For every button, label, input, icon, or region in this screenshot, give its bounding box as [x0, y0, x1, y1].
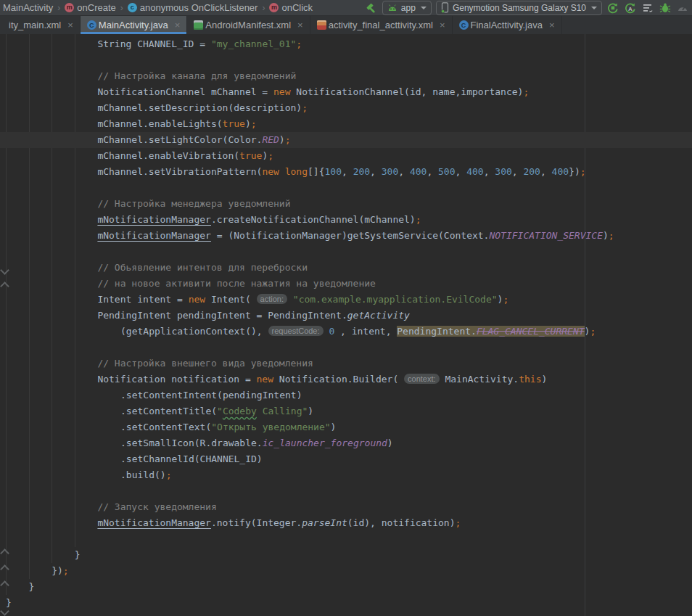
- code-line[interactable]: [0, 531, 692, 547]
- profile-app-icon[interactable]: [676, 1, 689, 15]
- tab-activity_final_acttivity.xml[interactable]: activity_final_acttivity.xml×: [310, 16, 453, 34]
- breadcrumb-item-anonymous-onclicklistener[interactable]: canonymous OnClickListener: [126, 2, 260, 13]
- code-line[interactable]: (getApplicationContext(), requestCode: 0…: [0, 324, 692, 340]
- code-token: (id), notification): [347, 517, 456, 528]
- tab-AndroidManifest.xml[interactable]: AndroidManifest.xml×: [187, 16, 310, 34]
- close-tab-icon[interactable]: ×: [297, 20, 303, 30]
- run-config-label: app: [401, 3, 416, 13]
- java-class-icon: C: [459, 20, 469, 30]
- code-line[interactable]: .setChannelId(CHANNEL_ID): [0, 451, 692, 467]
- debug-app-icon[interactable]: [659, 1, 672, 15]
- code-area[interactable]: String CHANNEL_ID = "my_channel_01"; // …: [0, 34, 692, 611]
- code-line[interactable]: String CHANNEL_ID = "my_channel_01";: [0, 36, 692, 52]
- code-line[interactable]: mNotificationManager.notify(Integer.pars…: [0, 515, 692, 531]
- breadcrumb-separator: ›: [57, 3, 60, 13]
- breadcrumb-label: anonymous OnClickListener: [140, 2, 258, 13]
- code-token: ;: [166, 469, 172, 480]
- code-line[interactable]: mChannel.enableVibration(true);: [0, 148, 692, 164]
- apply-code-changes-icon[interactable]: [641, 1, 654, 15]
- android-studio-window: MainActivity›monCreate›canonymous OnClic…: [0, 0, 692, 616]
- code-token: mChannel.setLightColor(Color.: [97, 134, 262, 145]
- code-token: [279, 166, 285, 177]
- code-token: []{: [308, 166, 324, 177]
- code-line[interactable]: mChannel.enableLights(true);: [0, 116, 692, 132]
- code-line[interactable]: .setSmallIcon(R.drawable.ic_launcher_for…: [0, 435, 692, 451]
- breadcrumb-label: MainActivity: [3, 2, 53, 13]
- code-line[interactable]: // Запуск уведомления: [0, 499, 692, 515]
- code-token: ,: [540, 166, 552, 177]
- code-token: ;: [456, 517, 461, 528]
- code-token: .createNotificationChannel(mChannel): [211, 214, 416, 225]
- code-line[interactable]: // Настройка внешнего вида уведомления: [0, 356, 692, 371]
- code-token: ;: [580, 166, 586, 177]
- code-line[interactable]: // Настройка канала для уведомлений: [0, 68, 692, 84]
- device-label: Genymotion Samsung Galaxy S10: [453, 3, 586, 13]
- code-line[interactable]: [0, 340, 692, 356]
- code-token: 400: [552, 166, 569, 177]
- code-line[interactable]: });: [0, 563, 692, 579]
- code-line[interactable]: .setContentIntent(pendingIntent): [0, 387, 692, 403]
- code-line[interactable]: mChannel.setDescription(description);: [0, 100, 692, 116]
- code-line[interactable]: [0, 483, 692, 499]
- code-token: }: [75, 549, 81, 560]
- code-token: ,: [456, 166, 467, 177]
- code-token: ,: [427, 166, 438, 177]
- code-token: action:: [257, 294, 287, 304]
- code-token: .setContentTitle(: [120, 406, 217, 416]
- code-line[interactable]: [0, 52, 692, 68]
- code-token: 400: [410, 166, 427, 177]
- code-line[interactable]: .build();: [0, 467, 692, 483]
- code-line[interactable]: // на новое активити после нажатия на ув…: [0, 276, 692, 292]
- svg-text:A: A: [628, 6, 633, 12]
- code-line[interactable]: mNotificationManager = (NotificationMana…: [0, 228, 692, 244]
- code-line[interactable]: }: [0, 579, 692, 595]
- code-line[interactable]: [0, 180, 692, 196]
- breadcrumb-item-oncreate[interactable]: monCreate: [63, 2, 117, 13]
- code-token: RED: [262, 134, 279, 145]
- code-token: PendingIntent.: [397, 326, 477, 337]
- tab-MainActivity.java[interactable]: CMainActivity.java×: [81, 16, 187, 34]
- close-tab-icon[interactable]: ×: [549, 20, 555, 30]
- code-line[interactable]: [0, 244, 692, 260]
- tab-ity_main.xml[interactable]: ity_main.xml×: [0, 16, 81, 34]
- code-token: ": [217, 406, 223, 416]
- run-config-selector[interactable]: app: [382, 1, 432, 15]
- breadcrumb-item-onclick[interactable]: monClick: [268, 2, 314, 13]
- tab-label: MainActivity.java: [99, 20, 168, 30]
- code-line[interactable]: // Обьявление интентов для переброски: [0, 260, 692, 276]
- code-line[interactable]: .setContentText("Открыть уведомление"): [0, 419, 692, 435]
- code-token: Intent intent =: [97, 294, 188, 305]
- code-token: ): [541, 374, 547, 385]
- code-line[interactable]: }: [0, 595, 692, 611]
- code-line[interactable]: mNotificationManager.createNotificationC…: [0, 212, 692, 228]
- tab-FinalActtivity.java[interactable]: CFinalActtivity.java×: [453, 16, 562, 34]
- code-token: mNotificationManager: [97, 214, 211, 225]
- code-line[interactable]: NotificationChannel mChannel = new Notif…: [0, 84, 692, 100]
- code-editor[interactable]: String CHANNEL_ID = "my_channel_01"; // …: [0, 34, 692, 616]
- code-line[interactable]: // Настройка менеджера уведомлений: [0, 196, 692, 212]
- code-token: ;: [268, 150, 273, 161]
- code-line[interactable]: Notification notification = new Notifica…: [0, 371, 692, 387]
- breadcrumb-item-mainactivity[interactable]: MainActivity: [1, 2, 54, 13]
- code-line[interactable]: .setContentTitle("Codeby Calling"): [0, 403, 692, 419]
- build-hammer-icon[interactable]: [365, 1, 378, 15]
- apply-changes-icon[interactable]: A: [624, 1, 637, 15]
- rerun-app-icon[interactable]: [606, 1, 619, 15]
- code-line[interactable]: Intent intent = new Intent( action: "com…: [0, 292, 692, 308]
- close-tab-icon[interactable]: ×: [175, 20, 181, 30]
- close-tab-icon[interactable]: ×: [440, 20, 445, 30]
- code-token: .setChannelId(CHANNEL_ID): [120, 453, 263, 464]
- code-token: // Настройка канала для уведомлений: [97, 70, 296, 81]
- code-token: 300: [495, 166, 511, 177]
- code-line[interactable]: mChannel.setVibrationPattern(new long[]{…: [0, 164, 692, 180]
- code-line[interactable]: mChannel.setLightColor(Color.RED);: [0, 132, 692, 148]
- method-icon: m: [269, 3, 279, 12]
- manifest-icon: [194, 20, 203, 30]
- device-selector[interactable]: Genymotion Samsung Galaxy S10: [436, 1, 602, 15]
- chevron-down-icon: [421, 7, 427, 9]
- code-token: .notify(Integer.: [211, 517, 302, 528]
- close-tab-icon[interactable]: ×: [67, 20, 73, 30]
- code-token: 200: [353, 166, 370, 177]
- code-line[interactable]: }: [0, 547, 692, 563]
- code-line[interactable]: PendingIntent pendingIntent = PendingInt…: [0, 308, 692, 324]
